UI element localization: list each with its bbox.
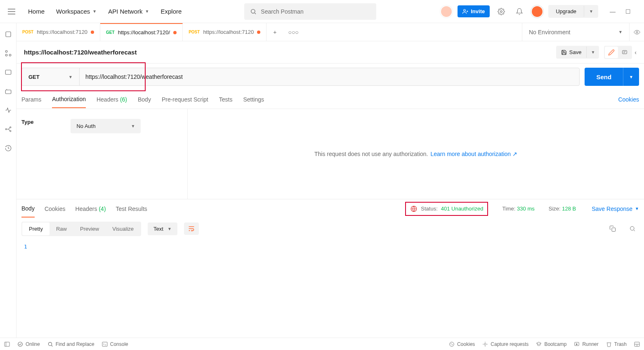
view-raw[interactable]: Raw xyxy=(50,222,73,235)
svg-point-29 xyxy=(452,344,453,345)
save-response-button[interactable]: Save Response▼ xyxy=(592,206,639,212)
window-minimize-icon[interactable]: — xyxy=(610,8,616,15)
request-section-tabs: Params Authorization Headers(6) Body Pre… xyxy=(17,90,644,109)
svg-point-19 xyxy=(630,227,634,230)
nav-home[interactable]: Home xyxy=(23,5,50,18)
info-pane-toggle[interactable]: ‹ xyxy=(632,49,639,56)
window-maximize-icon[interactable]: ☐ xyxy=(625,8,631,15)
tab-request-0[interactable]: POST https://localhost:7120 xyxy=(17,23,100,41)
auth-type-select[interactable]: No Auth▼ xyxy=(71,119,141,133)
response-tab-headers[interactable]: Headers(4) xyxy=(75,201,106,217)
search-input[interactable]: Search Postman xyxy=(244,3,376,20)
footer-console[interactable]: Console xyxy=(102,341,128,347)
view-preview[interactable]: Preview xyxy=(73,222,106,235)
tab-pre-request[interactable]: Pre-request Script xyxy=(162,91,208,108)
search-placeholder: Search Postman xyxy=(261,8,304,15)
ssl-warning-icon xyxy=(410,205,418,213)
send-caret[interactable]: ▼ xyxy=(623,68,639,86)
tab-body[interactable]: Body xyxy=(138,91,151,108)
tab-request-1[interactable]: GET https://localhost:7120/ xyxy=(100,23,183,41)
environment-select[interactable]: No Environment▼ xyxy=(522,23,629,41)
footer-bootcamp[interactable]: Bootcamp xyxy=(536,341,566,347)
response-section-tabs: Body Cookies Headers(4) Test Results Sta… xyxy=(17,199,644,218)
response-format-select[interactable]: Text▼ xyxy=(148,222,177,235)
wrap-lines-icon[interactable] xyxy=(184,222,199,235)
tab-settings[interactable]: Settings xyxy=(243,91,264,108)
team-avatar[interactable] xyxy=(440,5,453,18)
svg-point-23 xyxy=(18,342,23,346)
send-button[interactable]: Send ▼ xyxy=(585,68,639,86)
sidebar-collections-icon[interactable] xyxy=(5,31,12,38)
svg-point-0 xyxy=(251,9,255,13)
svg-rect-26 xyxy=(102,342,107,346)
line-number: 1 xyxy=(24,244,35,250)
view-pretty[interactable]: Pretty xyxy=(22,222,50,235)
invite-button[interactable]: Invite xyxy=(458,5,490,17)
upgrade-caret[interactable]: ▼ xyxy=(584,6,598,17)
method-select[interactable]: GET▼ xyxy=(22,68,80,85)
footer-online[interactable]: Online xyxy=(17,341,40,347)
url-input[interactable]: https://localhost:7120/weatherforecast xyxy=(80,68,579,85)
sidebar-flows-icon[interactable] xyxy=(5,125,12,133)
nav-explore[interactable]: Explore xyxy=(156,5,186,18)
tab-authorization[interactable]: Authorization xyxy=(52,91,86,108)
auth-type-label: Type xyxy=(21,119,33,125)
cookies-link[interactable]: Cookies xyxy=(618,96,639,103)
view-visualize[interactable]: Visualize xyxy=(106,222,140,235)
response-tab-body[interactable]: Body xyxy=(21,200,35,218)
tab-request-2[interactable]: POST https://localhost:7120 xyxy=(183,23,267,41)
footer-capture[interactable]: Capture requests xyxy=(482,341,528,347)
svg-point-14 xyxy=(9,130,11,132)
settings-icon[interactable] xyxy=(495,5,508,18)
sidebar-apis-icon[interactable] xyxy=(5,50,12,57)
sidebar-mock-icon[interactable] xyxy=(5,88,12,95)
nav-workspaces[interactable]: Workspaces▼ xyxy=(51,5,101,18)
tab-params[interactable]: Params xyxy=(21,91,41,108)
response-view-controls: Pretty Raw Preview Visualize Text▼ xyxy=(17,218,644,239)
response-tab-cookies[interactable]: Cookies xyxy=(45,201,66,217)
nav-api-network[interactable]: API Network▼ xyxy=(103,5,154,18)
tab-overflow-icon[interactable]: ○○○ xyxy=(283,29,303,35)
auth-message: This request does not use any authorizat… xyxy=(314,151,428,157)
tab-headers[interactable]: Headers(6) xyxy=(97,91,127,108)
svg-rect-16 xyxy=(623,50,627,54)
svg-point-24 xyxy=(48,342,52,345)
svg-rect-21 xyxy=(5,342,9,346)
footer-runner[interactable]: Runner xyxy=(574,341,598,347)
unsaved-dot-icon xyxy=(173,31,177,34)
copy-icon[interactable] xyxy=(606,222,619,235)
request-tabstrip: POST https://localhost:7120 GET https://… xyxy=(17,23,644,41)
app-header: Home Workspaces▼ API Network▼ Explore Se… xyxy=(0,0,644,23)
footer-cookies[interactable]: Cookies xyxy=(449,341,475,347)
footer-trash[interactable]: Trash xyxy=(606,341,627,347)
svg-point-12 xyxy=(5,129,7,130)
search-response-icon[interactable] xyxy=(626,222,639,235)
sidebar-toggle-icon[interactable] xyxy=(4,342,10,347)
edit-icon[interactable] xyxy=(605,47,618,58)
response-body-editor[interactable]: 1 xyxy=(17,239,644,338)
sidebar-environments-icon[interactable] xyxy=(5,69,12,76)
svg-point-13 xyxy=(9,127,11,128)
save-caret[interactable]: ▼ xyxy=(586,47,599,58)
svg-point-7 xyxy=(5,50,7,52)
response-time: Time: 330 ms xyxy=(502,206,534,212)
footer-layout-icon[interactable] xyxy=(634,342,640,347)
request-title: https://localhost:7120/weatherforecast xyxy=(21,49,137,56)
tab-tests[interactable]: Tests xyxy=(219,91,233,108)
sidebar-monitors-icon[interactable] xyxy=(5,106,12,114)
new-tab-button[interactable]: + xyxy=(267,29,283,35)
notifications-icon[interactable] xyxy=(513,5,526,18)
comment-icon[interactable] xyxy=(618,47,631,58)
menu-icon[interactable] xyxy=(3,3,20,20)
footer-find[interactable]: Find and Replace xyxy=(47,341,94,347)
environment-quicklook-icon[interactable] xyxy=(629,23,644,41)
response-tab-test-results[interactable]: Test Results xyxy=(116,201,147,217)
svg-line-1 xyxy=(255,13,256,14)
upgrade-button[interactable]: Upgrade ▼ xyxy=(548,5,598,18)
svg-point-8 xyxy=(9,54,11,56)
sidebar-history-icon[interactable] xyxy=(5,144,12,152)
save-button[interactable]: Save ▼ xyxy=(556,46,599,59)
learn-more-link[interactable]: Learn more about authorization ↗ xyxy=(431,151,517,157)
user-avatar[interactable] xyxy=(531,5,543,18)
unsaved-dot-icon xyxy=(91,31,94,34)
